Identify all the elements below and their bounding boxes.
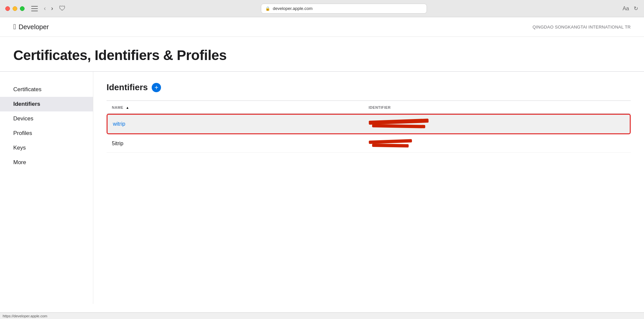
apple-developer-logo[interactable]:  Developer bbox=[13, 23, 49, 31]
content-area: Identifiers + NAME ▲ IDENTIFIER bbox=[93, 72, 644, 304]
shield-icon: 🛡 bbox=[59, 5, 66, 12]
address-bar-area: 🔒 developer.apple.com bbox=[70, 4, 618, 14]
row1-identifier-cell bbox=[369, 120, 625, 128]
row1-identifier-redacted bbox=[369, 120, 435, 128]
identifier-column-label: IDENTIFIER bbox=[369, 105, 391, 109]
address-bar[interactable]: 🔒 developer.apple.com bbox=[261, 4, 427, 14]
sidebar-item-certificates[interactable]: Certificates bbox=[0, 82, 93, 97]
refresh-button[interactable]: ↻ bbox=[633, 5, 639, 12]
name-column-label: NAME bbox=[112, 105, 123, 109]
row2-identifier-cell bbox=[369, 140, 626, 147]
row2-name-cell: 5itrip bbox=[112, 141, 369, 147]
sidebar: Certificates Identifiers Devices Profile… bbox=[0, 72, 93, 304]
status-url: https://developer.apple.com bbox=[3, 314, 47, 318]
maximize-button[interactable] bbox=[20, 6, 25, 11]
back-button[interactable]: ‹ bbox=[42, 4, 48, 13]
main-layout: Certificates Identifiers Devices Profile… bbox=[0, 72, 644, 304]
browser-actions: Aa ↻ bbox=[622, 5, 639, 12]
table-header: NAME ▲ IDENTIFIER bbox=[107, 100, 631, 114]
window-controls bbox=[5, 6, 25, 11]
sidebar-item-more[interactable]: More bbox=[0, 155, 93, 170]
minimize-button[interactable] bbox=[13, 6, 17, 11]
col-identifier-header[interactable]: IDENTIFIER bbox=[369, 104, 626, 110]
sidebar-item-identifiers[interactable]: Identifiers bbox=[0, 97, 93, 111]
add-identifier-button[interactable]: + bbox=[152, 83, 161, 92]
lock-icon: 🔒 bbox=[265, 6, 270, 11]
org-name: QINGDAO SONGKANGTAI INTERNATIONAL TR bbox=[532, 25, 631, 30]
page-title: Certificates, Identifiers & Profiles bbox=[13, 47, 631, 63]
close-button[interactable] bbox=[5, 6, 10, 11]
row1-name-link[interactable]: witrip bbox=[113, 121, 125, 127]
nav-arrows: ‹ › bbox=[42, 4, 55, 13]
table-row[interactable]: witrip bbox=[107, 114, 631, 134]
sidebar-item-devices[interactable]: Devices bbox=[0, 111, 93, 126]
row2-name-text: 5itrip bbox=[112, 141, 123, 146]
browser-chrome: ‹ › 🛡 🔒 developer.apple.com Aa ↻ bbox=[0, 0, 644, 17]
apple-logo-icon:  bbox=[13, 23, 16, 31]
top-nav:  Developer QINGDAO SONGKANGTAI INTERNAT… bbox=[0, 17, 644, 37]
section-title: Identifiers bbox=[107, 82, 148, 93]
page-header: Certificates, Identifiers & Profiles bbox=[0, 37, 644, 72]
sidebar-item-keys[interactable]: Keys bbox=[0, 141, 93, 155]
row1-name-cell: witrip bbox=[113, 121, 369, 127]
section-header: Identifiers + bbox=[107, 82, 631, 93]
table-row[interactable]: 5itrip bbox=[107, 135, 631, 153]
sidebar-item-profiles[interactable]: Profiles bbox=[0, 126, 93, 141]
translate-button[interactable]: Aa bbox=[622, 5, 630, 12]
forward-button[interactable]: › bbox=[49, 4, 55, 13]
row2-identifier-redacted bbox=[369, 140, 415, 147]
url-text: developer.apple.com bbox=[273, 6, 313, 11]
sidebar-toggle[interactable] bbox=[31, 6, 38, 11]
developer-label: Developer bbox=[19, 23, 49, 31]
identifiers-table: NAME ▲ IDENTIFIER witrip bbox=[107, 100, 631, 153]
page-wrapper:  Developer QINGDAO SONGKANGTAI INTERNAT… bbox=[0, 17, 644, 319]
col-name-header[interactable]: NAME ▲ bbox=[112, 104, 369, 110]
status-bar: https://developer.apple.com bbox=[0, 312, 644, 319]
name-sort-icon: ▲ bbox=[126, 106, 129, 109]
